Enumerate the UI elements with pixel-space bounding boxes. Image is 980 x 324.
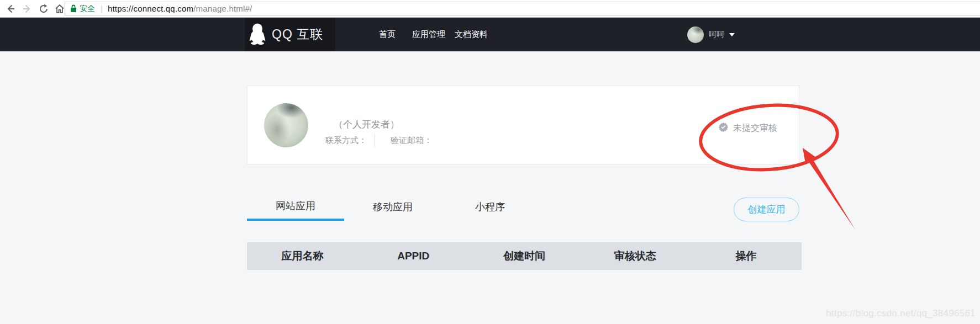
verified-email-label: 验证邮箱： bbox=[391, 135, 432, 146]
tab-mobile-apps[interactable]: 移动应用 bbox=[344, 193, 441, 221]
back-icon[interactable] bbox=[4, 3, 17, 15]
url-host: https://connect.qq.com bbox=[108, 4, 193, 13]
secure-lock-icon bbox=[70, 4, 77, 13]
nav-item-home[interactable]: 首页 bbox=[379, 29, 396, 40]
vertical-divider bbox=[375, 134, 375, 146]
contact-info-row: 联系方式： 验证邮箱： bbox=[325, 134, 432, 146]
column-appid: APPID bbox=[358, 250, 469, 262]
create-app-button[interactable]: 创建应用 bbox=[734, 198, 799, 221]
tab-mini-programs[interactable]: 小程序 bbox=[441, 193, 539, 221]
tab-website-apps[interactable]: 网站应用 bbox=[247, 193, 344, 221]
csdn-watermark: https://blog.csdn.net/qq_38496561 bbox=[826, 308, 976, 319]
chevron-down-icon bbox=[729, 33, 735, 36]
developer-avatar bbox=[264, 103, 308, 147]
contact-label: 联系方式： bbox=[325, 135, 367, 146]
nav-menu: 首页 应用管理 文档资料 bbox=[379, 18, 488, 51]
app-table-header: 应用名称 APPID 创建时间 审核状态 操作 bbox=[247, 242, 802, 270]
qq-connect-logo[interactable]: QQ 互联 bbox=[245, 18, 335, 51]
nav-item-docs[interactable]: 文档资料 bbox=[455, 29, 488, 40]
url-path: /manage.html#/ bbox=[193, 4, 252, 13]
user-name: 呵呵 bbox=[709, 30, 724, 40]
browser-toolbar: 安全 | https://connect.qq.com/manage.html#… bbox=[0, 0, 980, 18]
status-badge: 未提交审核 bbox=[733, 123, 777, 134]
omnibox-separator: | bbox=[101, 4, 103, 13]
app-type-tabs: 网站应用 移动应用 小程序 bbox=[247, 193, 539, 221]
secure-label: 安全 bbox=[80, 4, 95, 14]
seal-check-icon bbox=[719, 123, 728, 134]
column-review-status: 审核状态 bbox=[579, 249, 691, 263]
home-icon[interactable] bbox=[54, 3, 66, 15]
column-actions: 操作 bbox=[691, 249, 802, 263]
developer-profile-card: （个人开发者） 联系方式： 验证邮箱： 未提交审核 bbox=[247, 86, 799, 164]
column-app-name: 应用名称 bbox=[247, 249, 358, 263]
review-status: 未提交审核 bbox=[719, 123, 777, 134]
forward-icon[interactable] bbox=[21, 3, 33, 15]
user-avatar bbox=[687, 26, 704, 43]
url-text: https://connect.qq.com/manage.html#/ bbox=[108, 4, 252, 13]
address-bar[interactable]: 安全 | https://connect.qq.com/manage.html#… bbox=[65, 2, 980, 15]
logo-title: QQ 互联 bbox=[272, 26, 323, 43]
user-menu[interactable]: 呵呵 bbox=[687, 18, 735, 51]
refresh-icon[interactable] bbox=[38, 3, 50, 15]
qq-penguin-icon bbox=[249, 23, 266, 47]
nav-item-app-management[interactable]: 应用管理 bbox=[412, 29, 445, 40]
annotation-arrow bbox=[803, 148, 855, 230]
column-create-time: 创建时间 bbox=[469, 249, 580, 263]
developer-type-label: （个人开发者） bbox=[334, 118, 399, 131]
site-navbar: QQ 互联 首页 应用管理 文档资料 呵呵 bbox=[0, 18, 980, 51]
